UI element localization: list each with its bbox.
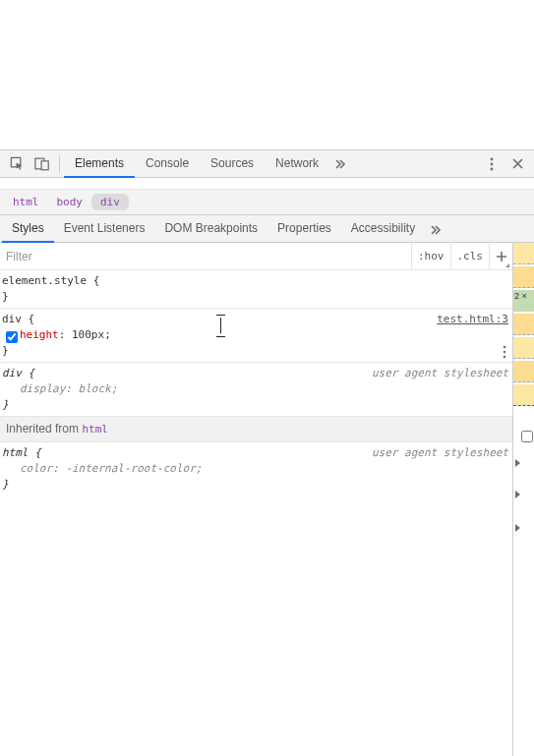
styles-column: :hov .cls element.style { } xyxy=(0,243,512,756)
selector: div xyxy=(2,313,22,325)
computed-tree-item[interactable] xyxy=(515,491,520,498)
tab-network[interactable]: Network xyxy=(265,150,329,178)
toolbar-separator xyxy=(59,155,60,173)
breadcrumb: html body div xyxy=(0,190,534,215)
devtools-panel: Elements Console Sources Network html bo… xyxy=(0,149,534,756)
close-icon[interactable] xyxy=(504,151,530,177)
svg-point-3 xyxy=(491,157,494,160)
filter-input[interactable] xyxy=(0,244,411,269)
inherited-label: Inherited from xyxy=(6,422,79,436)
property-value: -internal-root-color xyxy=(65,462,195,475)
devtools-toolbar: Elements Console Sources Network xyxy=(0,150,534,178)
cls-toggle[interactable]: .cls xyxy=(450,243,490,270)
crumb-body[interactable]: body xyxy=(48,194,92,210)
brace-open: { xyxy=(29,367,35,379)
box-model-swatch[interactable] xyxy=(513,314,534,335)
property-line[interactable]: height: 100px; xyxy=(2,327,510,343)
property-toggle-checkbox[interactable] xyxy=(6,331,18,343)
more-tabs-icon[interactable] xyxy=(329,150,351,176)
property-name[interactable]: height xyxy=(20,328,59,341)
tab-dom-breakpoints[interactable]: DOM Breakpoints xyxy=(154,215,267,243)
property-value[interactable]: 100px xyxy=(72,328,104,341)
computed-sidebar: 2 × xyxy=(512,243,534,756)
tab-styles[interactable]: Styles xyxy=(2,215,54,243)
inherited-tag[interactable]: html xyxy=(82,423,108,436)
new-style-rule-button[interactable] xyxy=(489,243,512,270)
crumb-html[interactable]: html xyxy=(4,194,48,210)
brace-close: } xyxy=(2,344,9,357)
device-toggle-icon[interactable] xyxy=(30,151,55,177)
box-model-swatch[interactable] xyxy=(513,337,534,359)
page-viewport xyxy=(0,0,534,149)
dimension-fragment: 2 × xyxy=(514,291,527,301)
box-model-swatch[interactable] xyxy=(513,243,534,264)
brace-open: { xyxy=(93,274,100,287)
svg-rect-2 xyxy=(41,161,48,170)
show-all-checkbox[interactable] xyxy=(521,431,533,442)
dom-tree[interactable] xyxy=(0,178,534,190)
property-line: color: -internal-root-color; xyxy=(2,461,510,477)
side-tabs: Styles Event Listeners DOM Breakpoints P… xyxy=(0,215,534,243)
brace-close: } xyxy=(2,290,9,303)
brace-open: { xyxy=(34,446,41,459)
tab-event-listeners[interactable]: Event Listeners xyxy=(54,215,155,243)
kebab-menu-icon[interactable] xyxy=(479,151,504,177)
filter-bar: :hov .cls xyxy=(0,243,512,270)
property-value: block xyxy=(79,382,111,395)
box-model-swatch[interactable] xyxy=(513,384,534,406)
computed-tree-item[interactable] xyxy=(515,524,520,532)
svg-point-4 xyxy=(491,162,494,165)
box-model-content[interactable]: 2 × xyxy=(513,290,534,312)
hov-toggle[interactable]: :hov xyxy=(411,243,450,270)
rule-element-style[interactable]: element.style { } xyxy=(0,270,512,309)
inherited-separator: Inherited from html xyxy=(0,417,512,442)
box-model-swatch[interactable] xyxy=(513,266,534,288)
selector: div xyxy=(2,367,22,379)
chevron-right-icon xyxy=(515,491,520,498)
box-model-swatch[interactable] xyxy=(513,361,534,382)
inspect-icon[interactable] xyxy=(4,151,30,177)
brace-close: } xyxy=(2,478,9,491)
styles-split: :hov .cls element.style { } xyxy=(0,243,534,756)
brace-close: } xyxy=(2,398,9,411)
property-name: color xyxy=(20,462,52,475)
user-agent-label: user agent stylesheet xyxy=(372,445,508,461)
user-agent-label: user agent stylesheet xyxy=(372,366,508,381)
main-tabs: Elements Console Sources Network xyxy=(64,150,351,178)
chevron-right-icon xyxy=(515,524,520,532)
chevron-right-icon xyxy=(515,459,520,467)
crumb-div[interactable]: div xyxy=(91,194,129,210)
tab-accessibility[interactable]: Accessibility xyxy=(341,215,425,243)
tab-properties[interactable]: Properties xyxy=(267,215,341,243)
rule-div-ua[interactable]: user agent stylesheet div { display: blo… xyxy=(0,363,512,417)
tab-elements[interactable]: Elements xyxy=(64,150,135,178)
tab-console[interactable]: Console xyxy=(135,150,200,178)
source-link[interactable]: test.html:3 xyxy=(437,312,508,327)
selector: html xyxy=(2,446,29,459)
tab-sources[interactable]: Sources xyxy=(200,150,265,178)
rule-div-height[interactable]: test.html:3 div { height: 100px; } xyxy=(0,309,512,363)
property-line: display: block; xyxy=(2,381,510,397)
svg-point-5 xyxy=(491,167,494,170)
property-name: display xyxy=(20,382,65,395)
selector: element.style xyxy=(2,274,87,287)
styles-body: element.style { } test.html:3 div { heig… xyxy=(0,270,512,756)
brace-open: { xyxy=(29,313,35,325)
computed-tree-item[interactable] xyxy=(515,459,520,467)
rule-html-ua[interactable]: user agent stylesheet html { color: -int… xyxy=(0,442,512,495)
more-side-tabs-icon[interactable] xyxy=(425,216,446,242)
